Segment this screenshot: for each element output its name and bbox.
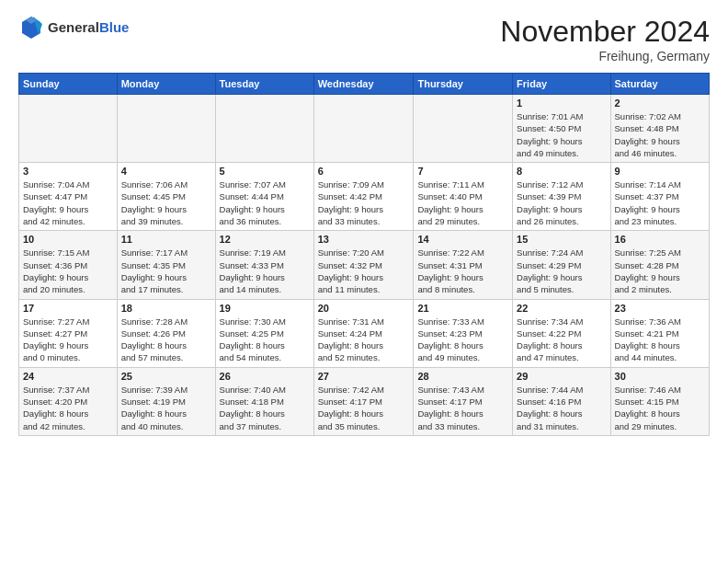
calendar-week-row: 17Sunrise: 7:27 AM Sunset: 4:27 PM Dayli…: [19, 299, 710, 367]
table-row: 25Sunrise: 7:39 AM Sunset: 4:19 PM Dayli…: [117, 367, 215, 435]
col-sunday: Sunday: [19, 74, 118, 95]
day-number: 19: [220, 303, 310, 314]
day-number: 1: [517, 98, 606, 109]
day-info: Sunrise: 7:36 AM Sunset: 4:21 PM Dayligh…: [615, 316, 705, 364]
day-info: Sunrise: 7:15 AM Sunset: 4:36 PM Dayligh…: [23, 247, 113, 295]
col-wednesday: Wednesday: [313, 74, 414, 95]
day-info: Sunrise: 7:33 AM Sunset: 4:23 PM Dayligh…: [417, 316, 508, 364]
day-number: 22: [517, 303, 606, 314]
calendar-table: Sunday Monday Tuesday Wednesday Thursday…: [18, 73, 710, 436]
day-number: 23: [615, 303, 705, 314]
day-info: Sunrise: 7:31 AM Sunset: 4:24 PM Dayligh…: [318, 316, 410, 364]
day-info: Sunrise: 7:14 AM Sunset: 4:37 PM Dayligh…: [615, 178, 705, 227]
day-number: 8: [517, 166, 606, 177]
day-number: 25: [121, 371, 211, 382]
day-info: Sunrise: 7:37 AM Sunset: 4:20 PM Dayligh…: [23, 384, 113, 432]
table-row: [313, 95, 414, 163]
day-number: 26: [220, 371, 310, 382]
day-info: Sunrise: 7:43 AM Sunset: 4:17 PM Dayligh…: [417, 384, 508, 432]
day-number: 16: [615, 234, 705, 245]
day-info: Sunrise: 7:19 AM Sunset: 4:33 PM Dayligh…: [220, 247, 310, 295]
day-info: Sunrise: 7:40 AM Sunset: 4:18 PM Dayligh…: [220, 384, 310, 432]
day-info: Sunrise: 7:28 AM Sunset: 4:26 PM Dayligh…: [121, 316, 211, 364]
table-row: 6Sunrise: 7:09 AM Sunset: 4:42 PM Daylig…: [313, 163, 414, 231]
day-info: Sunrise: 7:04 AM Sunset: 4:47 PM Dayligh…: [23, 178, 113, 227]
table-row: 26Sunrise: 7:40 AM Sunset: 4:18 PM Dayli…: [215, 367, 313, 435]
day-info: Sunrise: 7:09 AM Sunset: 4:42 PM Dayligh…: [318, 178, 410, 227]
day-number: 24: [23, 371, 113, 382]
table-row: [19, 95, 118, 163]
day-number: 6: [318, 166, 410, 177]
day-number: 30: [615, 371, 705, 382]
table-row: 8Sunrise: 7:12 AM Sunset: 4:39 PM Daylig…: [513, 163, 610, 231]
day-number: 20: [318, 303, 410, 314]
day-info: Sunrise: 7:30 AM Sunset: 4:25 PM Dayligh…: [220, 316, 310, 364]
table-row: 15Sunrise: 7:24 AM Sunset: 4:29 PM Dayli…: [513, 231, 610, 299]
day-number: 2: [615, 98, 705, 109]
table-row: 17Sunrise: 7:27 AM Sunset: 4:27 PM Dayli…: [19, 299, 118, 367]
table-row: 14Sunrise: 7:22 AM Sunset: 4:31 PM Dayli…: [414, 231, 513, 299]
table-row: 27Sunrise: 7:42 AM Sunset: 4:17 PM Dayli…: [313, 367, 414, 435]
day-info: Sunrise: 7:46 AM Sunset: 4:15 PM Dayligh…: [615, 384, 705, 432]
header: GeneralBlue November 2024 Freihung, Germ…: [18, 15, 710, 63]
table-row: 24Sunrise: 7:37 AM Sunset: 4:20 PM Dayli…: [19, 367, 118, 435]
day-info: Sunrise: 7:42 AM Sunset: 4:17 PM Dayligh…: [318, 384, 410, 432]
day-info: Sunrise: 7:27 AM Sunset: 4:27 PM Dayligh…: [23, 316, 113, 364]
day-number: 5: [220, 166, 310, 177]
day-info: Sunrise: 7:07 AM Sunset: 4:44 PM Dayligh…: [220, 178, 310, 227]
table-row: 5Sunrise: 7:07 AM Sunset: 4:44 PM Daylig…: [215, 163, 313, 231]
table-row: [117, 95, 215, 163]
col-monday: Monday: [117, 74, 215, 95]
table-row: 23Sunrise: 7:36 AM Sunset: 4:21 PM Dayli…: [610, 299, 709, 367]
day-info: Sunrise: 7:11 AM Sunset: 4:40 PM Dayligh…: [417, 178, 508, 227]
table-row: 19Sunrise: 7:30 AM Sunset: 4:25 PM Dayli…: [215, 299, 313, 367]
day-number: 28: [417, 371, 508, 382]
day-info: Sunrise: 7:17 AM Sunset: 4:35 PM Dayligh…: [121, 247, 211, 295]
table-row: 1Sunrise: 7:01 AM Sunset: 4:50 PM Daylig…: [513, 95, 610, 163]
table-row: 12Sunrise: 7:19 AM Sunset: 4:33 PM Dayli…: [215, 231, 313, 299]
day-info: Sunrise: 7:12 AM Sunset: 4:39 PM Dayligh…: [517, 178, 606, 227]
col-tuesday: Tuesday: [215, 74, 313, 95]
calendar-week-row: 10Sunrise: 7:15 AM Sunset: 4:36 PM Dayli…: [19, 231, 710, 299]
day-info: Sunrise: 7:34 AM Sunset: 4:22 PM Dayligh…: [517, 316, 606, 364]
location: Freihung, Germany: [500, 49, 710, 63]
logo-icon: [18, 15, 44, 40]
month-title: November 2024: [500, 15, 710, 49]
day-info: Sunrise: 7:02 AM Sunset: 4:48 PM Dayligh…: [615, 110, 705, 159]
table-row: 20Sunrise: 7:31 AM Sunset: 4:24 PM Dayli…: [313, 299, 414, 367]
day-number: 17: [23, 303, 113, 314]
table-row: 28Sunrise: 7:43 AM Sunset: 4:17 PM Dayli…: [414, 367, 513, 435]
table-row: 10Sunrise: 7:15 AM Sunset: 4:36 PM Dayli…: [19, 231, 118, 299]
day-number: 9: [615, 166, 705, 177]
logo-general: General: [48, 19, 99, 35]
table-row: 22Sunrise: 7:34 AM Sunset: 4:22 PM Dayli…: [513, 299, 610, 367]
day-number: 11: [121, 234, 211, 245]
title-block: November 2024 Freihung, Germany: [500, 15, 710, 63]
day-info: Sunrise: 7:22 AM Sunset: 4:31 PM Dayligh…: [417, 247, 508, 295]
day-number: 10: [23, 234, 113, 245]
col-saturday: Saturday: [610, 74, 709, 95]
table-row: 13Sunrise: 7:20 AM Sunset: 4:32 PM Dayli…: [313, 231, 414, 299]
day-info: Sunrise: 7:01 AM Sunset: 4:50 PM Dayligh…: [517, 110, 606, 159]
day-number: 14: [417, 234, 508, 245]
day-info: Sunrise: 7:39 AM Sunset: 4:19 PM Dayligh…: [121, 384, 211, 432]
day-number: 3: [23, 166, 113, 177]
table-row: 16Sunrise: 7:25 AM Sunset: 4:28 PM Dayli…: [610, 231, 709, 299]
calendar-week-row: 24Sunrise: 7:37 AM Sunset: 4:20 PM Dayli…: [19, 367, 710, 435]
page: GeneralBlue November 2024 Freihung, Germ…: [0, 0, 728, 563]
day-number: 29: [517, 371, 606, 382]
col-thursday: Thursday: [414, 74, 513, 95]
day-number: 27: [318, 371, 410, 382]
day-info: Sunrise: 7:25 AM Sunset: 4:28 PM Dayligh…: [615, 247, 705, 295]
table-row: 29Sunrise: 7:44 AM Sunset: 4:16 PM Dayli…: [513, 367, 610, 435]
table-row: 11Sunrise: 7:17 AM Sunset: 4:35 PM Dayli…: [117, 231, 215, 299]
table-row: [215, 95, 313, 163]
table-row: [414, 95, 513, 163]
col-friday: Friday: [513, 74, 610, 95]
logo-blue: Blue: [99, 19, 130, 35]
table-row: 7Sunrise: 7:11 AM Sunset: 4:40 PM Daylig…: [414, 163, 513, 231]
table-row: 18Sunrise: 7:28 AM Sunset: 4:26 PM Dayli…: [117, 299, 215, 367]
calendar-header-row: Sunday Monday Tuesday Wednesday Thursday…: [19, 74, 710, 95]
logo-text: GeneralBlue: [48, 19, 129, 36]
day-info: Sunrise: 7:24 AM Sunset: 4:29 PM Dayligh…: [517, 247, 606, 295]
